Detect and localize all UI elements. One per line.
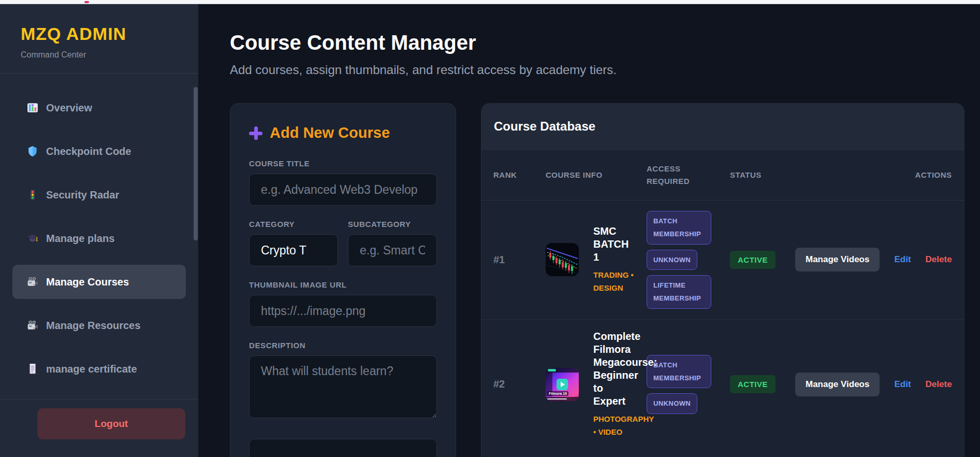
- course-title-input[interactable]: [249, 174, 437, 206]
- table-body: #1 SMC BATCH 1 TRADING • DESIGN BATCH ME…: [481, 201, 964, 449]
- edit-link[interactable]: Edit: [894, 379, 911, 390]
- col-header-info: COURSE INFO: [546, 170, 647, 179]
- description-textarea[interactable]: [249, 355, 437, 418]
- delete-link[interactable]: Delete: [926, 254, 952, 265]
- course-title-label: COURSE TITLE: [249, 159, 437, 168]
- access-badge: BATCH MEMBERSHIP: [647, 211, 711, 245]
- col-header-access: ACCESS REQUIRED: [647, 163, 694, 188]
- course-categories: TRADING • DESIGN: [593, 268, 636, 295]
- description-label: DESCRIPTION: [249, 341, 437, 350]
- access-badge: UNKNOWN: [647, 393, 697, 413]
- status-badge: ACTIVE: [730, 251, 776, 269]
- col-header-actions: ACTIONS: [915, 170, 952, 179]
- movie-camera-icon: [27, 320, 38, 331]
- table-title: Course Database: [494, 119, 952, 134]
- sidebar-item-manage-certificate[interactable]: manage certificate: [12, 352, 186, 386]
- course-title: SMC BATCH 1: [593, 225, 636, 264]
- course-thumbnail: [546, 243, 579, 276]
- add-course-panel: Add New Course COURSE TITLE CATEGORY SUB…: [230, 103, 456, 457]
- graduation-cap-icon: [27, 233, 38, 244]
- table-header-bar: Course Database: [481, 104, 964, 150]
- access-badge: UNKNOWN: [647, 250, 697, 270]
- course-rank: #1: [493, 254, 546, 266]
- manage-videos-button[interactable]: Manage Videos: [795, 373, 880, 396]
- sidebar: MZQ ADMIN Command Center Overview Checkp…: [0, 4, 198, 457]
- course-thumbnail: Filmora 19: [546, 368, 579, 401]
- course-categories: PHOTOGRAPHY • VIDEO: [593, 412, 636, 439]
- plus-icon: [249, 126, 262, 140]
- access-badges: BATCH MEMBERSHIPUNKNOWNLIFETIME MEMBERSH…: [647, 211, 730, 309]
- status-badge: ACTIVE: [730, 375, 776, 393]
- sidebar-nav: Overview Checkpoint Code Security Radar …: [0, 74, 198, 395]
- receipt-icon: [27, 363, 38, 375]
- app-logo-subtitle: Command Center: [21, 50, 178, 60]
- sidebar-item-security-radar[interactable]: Security Radar: [12, 178, 186, 212]
- access-badges: BATCH MEMBERSHIPUNKNOWN: [647, 355, 730, 414]
- manage-videos-button[interactable]: Manage Videos: [795, 248, 880, 272]
- traffic-light-icon: [27, 189, 38, 201]
- edit-link[interactable]: Edit: [894, 254, 911, 265]
- thumbnail-url-input[interactable]: [249, 295, 437, 327]
- page-subtitle: Add courses, assign thumbnails, and rest…: [230, 63, 964, 77]
- sidebar-scrollbar-thumb[interactable]: [194, 87, 198, 240]
- browser-accent-mark: [84, 1, 89, 3]
- sidebar-header: MZQ ADMIN Command Center: [0, 4, 198, 74]
- col-header-rank: RANK: [493, 170, 546, 179]
- add-course-title: Add New Course: [270, 124, 390, 141]
- thumbnail-url-label: THUMBNAIL IMAGE URL: [249, 280, 437, 289]
- access-badge: LIFETIME MEMBERSHIP: [647, 275, 711, 309]
- category-input[interactable]: [249, 234, 338, 266]
- sidebar-item-overview[interactable]: Overview: [12, 91, 186, 125]
- main-content: Course Content Manager Add courses, assi…: [198, 4, 980, 457]
- sidebar-footer: Logout: [0, 399, 198, 439]
- course-rank: #2: [493, 378, 546, 390]
- logout-button[interactable]: Logout: [37, 408, 185, 439]
- sidebar-item-checkpoint-code[interactable]: Checkpoint Code: [12, 134, 186, 168]
- table-row: #1 SMC BATCH 1 TRADING • DESIGN BATCH ME…: [481, 201, 964, 319]
- sidebar-item-manage-plans[interactable]: Manage plans: [12, 221, 186, 255]
- subcategory-input[interactable]: [348, 234, 437, 266]
- course-database-panel: Course Database RANK COURSE INFO ACCESS …: [481, 103, 964, 457]
- subcategory-label: SUBCATEGORY: [348, 220, 437, 228]
- app-logo: MZQ ADMIN: [21, 24, 178, 44]
- bar-chart-icon: [27, 102, 38, 113]
- col-header-status: STATUS: [730, 170, 795, 179]
- category-label: CATEGORY: [249, 220, 338, 228]
- sidebar-item-manage-resources[interactable]: Manage Resources: [12, 308, 186, 342]
- table-column-headers: RANK COURSE INFO ACCESS REQUIRED STATUS …: [481, 150, 964, 201]
- movie-camera-icon: [27, 276, 38, 288]
- sidebar-item-manage-courses[interactable]: Manage Courses: [12, 265, 186, 299]
- app-root: MZQ ADMIN Command Center Overview Checkp…: [0, 4, 980, 457]
- page-title: Course Content Manager: [230, 31, 964, 54]
- shield-icon: [27, 146, 38, 157]
- delete-link[interactable]: Delete: [926, 379, 952, 390]
- course-title: Complete Filmora Megacourse: Beginner to…: [593, 330, 636, 408]
- browser-edge-strip: [0, 0, 980, 4]
- thumbnail-caption: Filmora 19: [547, 391, 568, 396]
- table-row: #2 Filmora 19 Complete Filmora Megacours…: [481, 319, 964, 449]
- extra-form-input[interactable]: [249, 439, 437, 457]
